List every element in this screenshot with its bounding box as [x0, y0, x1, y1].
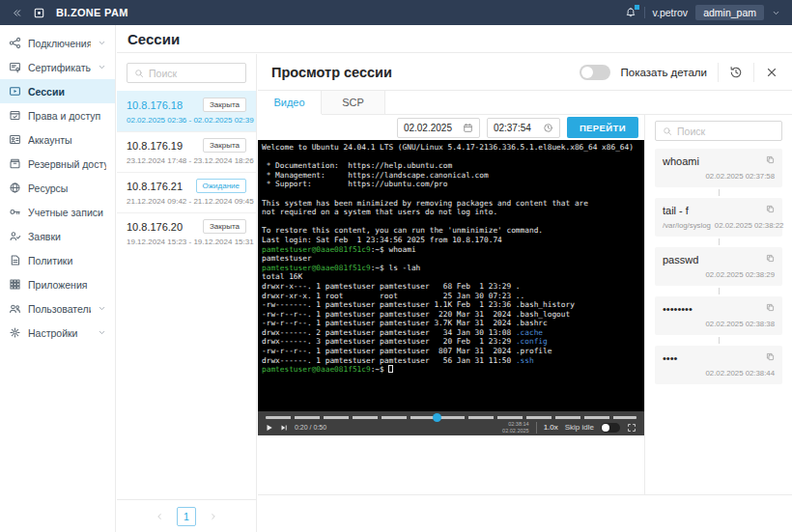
viewer-tabs: ВидеоSCP	[258, 91, 792, 115]
session-row[interactable]: 10.8.176.21Ожидание21.12.2024 09:42 - 21…	[117, 172, 256, 212]
calendar-icon[interactable]	[463, 123, 473, 133]
sidebar-item-settings[interactable]: Настройки	[0, 321, 115, 345]
pagination-prev-icon[interactable]	[155, 512, 164, 521]
sidebar-item-certificates[interactable]: Сертификаты	[0, 55, 115, 79]
terminal-video[interactable]: Welcome to Ubuntu 24.04.1 LTS (GNU/Linux…	[258, 140, 644, 411]
role-badge[interactable]: admin_pam	[695, 5, 764, 20]
command-timestamp: 02.02.2025 02:38:44	[705, 369, 775, 378]
viewer-header: Просмотр сессии Показать детали	[258, 54, 792, 91]
topbar-user-area: v.petrov admin_pam	[625, 5, 780, 20]
copy-icon[interactable]	[766, 205, 775, 213]
certificate-icon	[9, 61, 21, 73]
sidebar-item-label: Ресурсы	[28, 182, 106, 194]
command-text: tail - f	[663, 205, 689, 216]
progress-handle[interactable]	[433, 413, 441, 422]
command-card[interactable]: ••••02.02.2025 02:38:44	[655, 346, 782, 384]
player-timestamp: 02:38:14 02.02.2025	[502, 421, 529, 434]
session-row[interactable]: 10.8.176.18Закрыта02.02.2025 02:36 - 02.…	[117, 91, 256, 131]
command-card[interactable]: whoami02.02.2025 02:37:58	[655, 149, 782, 187]
step-forward-icon[interactable]	[280, 424, 288, 432]
sidebar-item-users[interactable]: Пользователи и гр...	[0, 296, 115, 321]
content-header: Сессии	[117, 25, 792, 53]
credentials-icon	[9, 206, 21, 218]
sidebar-item-label: Приложения	[28, 279, 106, 291]
session-row[interactable]: 10.8.176.20Закрыта19.12.2024 15:23 - 19.…	[117, 212, 256, 253]
header-divider	[753, 63, 754, 82]
show-details-label: Показать детали	[621, 67, 707, 78]
notifications-bell-icon[interactable]	[625, 7, 636, 18]
users-icon	[9, 302, 21, 315]
sidebar-item-label: Заявки	[28, 231, 106, 242]
fullscreen-icon[interactable]	[627, 423, 636, 433]
access-icon	[9, 109, 21, 122]
pagination-next-icon[interactable]	[209, 512, 218, 521]
play-icon[interactable]	[266, 424, 273, 432]
date-input[interactable]	[404, 123, 459, 133]
copy-icon[interactable]	[766, 303, 775, 312]
command-text: ••••	[663, 352, 677, 364]
command-card[interactable]: ••••••••02.02.2025 02:38:38	[655, 296, 782, 335]
skip-idle-toggle[interactable]	[601, 423, 620, 433]
command-card-top: ••••	[663, 352, 775, 364]
search-icon	[134, 65, 144, 82]
video-progress-bar[interactable]	[266, 416, 636, 419]
go-button[interactable]: ПЕРЕЙТИ	[567, 117, 638, 138]
close-icon[interactable]	[765, 66, 778, 79]
command-card[interactable]: tail - f/var/log/syslog02.02.2025 02:38:…	[655, 198, 782, 237]
copy-icon[interactable]	[766, 254, 775, 263]
date-field[interactable]	[397, 118, 480, 138]
sessions-list-panel: 10.8.176.18Закрыта02.02.2025 02:36 - 02.…	[117, 54, 257, 532]
sidebar-item-label: Учетные записи	[28, 207, 106, 218]
show-details-toggle[interactable]	[580, 65, 610, 80]
video-player-bar: 0:20 / 0:50 02:38:14 02.02.2025 1.0x Ski…	[258, 411, 644, 435]
time-field[interactable]	[487, 118, 560, 138]
session-row[interactable]: 10.8.176.19Закрыта23.12.2024 17:48 - 23.…	[117, 131, 256, 172]
session-ip: 10.8.176.21	[127, 181, 183, 192]
collapse-sidebar-icon[interactable]	[12, 8, 22, 18]
tab-видео[interactable]: Видео	[258, 91, 322, 114]
playback-speed[interactable]: 1.0x	[544, 423, 558, 432]
command-card[interactable]: passwd02.02.2025 02:38:29	[655, 247, 782, 286]
viewer-title: Просмотр сессии	[271, 65, 580, 80]
sidebar-item-apps[interactable]: Приложения	[0, 272, 115, 296]
tab-scp[interactable]: SCP	[322, 91, 385, 114]
commands-search-input[interactable]	[677, 126, 775, 137]
network-icon	[9, 37, 21, 49]
session-history-icon[interactable]	[729, 66, 743, 79]
sidebar-item-policies[interactable]: Политики	[0, 248, 115, 272]
policies-icon	[9, 254, 21, 266]
accounts-icon	[9, 133, 21, 146]
app-title: BI.ZONE PAM	[56, 7, 128, 18]
clock-icon[interactable]	[543, 123, 553, 133]
sidebar-item-rights[interactable]: Права и доступ	[0, 103, 115, 127]
chevron-down-icon[interactable]	[772, 9, 780, 17]
commands-search	[655, 121, 782, 141]
command-connector	[719, 238, 720, 245]
sessions-icon	[9, 85, 21, 98]
session-row-top: 10.8.176.19Закрыта	[127, 138, 246, 153]
skip-idle-label: Skip idle	[565, 423, 594, 432]
command-text: whoami	[663, 155, 699, 167]
copy-icon[interactable]	[766, 155, 775, 164]
session-status-badge: Закрыта	[203, 138, 246, 153]
username[interactable]: v.petrov	[653, 7, 689, 18]
sidebar-item-connections[interactable]: Подключения	[0, 31, 115, 55]
command-card-top: ••••••••	[663, 303, 775, 315]
apps-icon	[9, 278, 21, 291]
command-text: passwd	[663, 254, 698, 266]
settings-icon	[9, 326, 21, 339]
reserve-access-icon	[9, 157, 21, 170]
pagination: 1	[117, 499, 256, 532]
commands-panel: whoami02.02.2025 02:37:58tail - f/var/lo…	[644, 115, 792, 494]
copy-icon[interactable]	[766, 352, 775, 361]
sidebar-item-sessions[interactable]: Сессии	[0, 79, 115, 103]
sidebar-item-resources[interactable]: Ресурсы	[0, 176, 115, 200]
time-input[interactable]	[494, 123, 539, 133]
pagination-page-1[interactable]: 1	[177, 507, 196, 526]
sidebar-item-reserve[interactable]: Резервный доступ	[0, 152, 115, 176]
sidebar-item-accounts[interactable]: Аккаунты	[0, 127, 115, 152]
video-column: ПЕРЕЙТИ Welcome to Ubuntu 24.04.1 LTS (G…	[258, 115, 644, 494]
sessions-search-input[interactable]	[149, 68, 239, 79]
sidebar-item-credentials[interactable]: Учетные записи	[0, 200, 115, 224]
sidebar-item-requests[interactable]: Заявки	[0, 224, 115, 248]
